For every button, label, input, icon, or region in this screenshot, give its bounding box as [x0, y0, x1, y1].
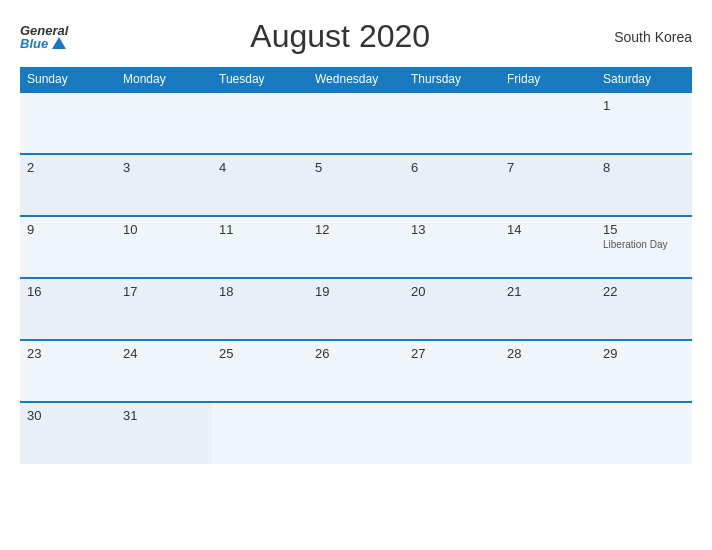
calendar-cell: 16 — [20, 278, 116, 340]
day-number: 15 — [603, 222, 685, 237]
calendar-cell: 24 — [116, 340, 212, 402]
calendar-cell: 28 — [500, 340, 596, 402]
calendar-cell — [500, 402, 596, 464]
logo: General Blue — [20, 24, 68, 50]
col-header-monday: Monday — [116, 67, 212, 92]
calendar-cell: 2 — [20, 154, 116, 216]
col-header-sunday: Sunday — [20, 67, 116, 92]
calendar-cell: 5 — [308, 154, 404, 216]
calendar-cell: 21 — [500, 278, 596, 340]
col-header-tuesday: Tuesday — [212, 67, 308, 92]
day-number: 4 — [219, 160, 301, 175]
calendar-cell — [596, 402, 692, 464]
col-header-friday: Friday — [500, 67, 596, 92]
day-number: 24 — [123, 346, 205, 361]
calendar-week-row: 3031 — [20, 402, 692, 464]
calendar-header: General Blue August 2020 South Korea — [20, 18, 692, 55]
country-label: South Korea — [612, 29, 692, 45]
calendar-page: General Blue August 2020 South Korea Sun… — [0, 0, 712, 550]
calendar-week-row: 9101112131415Liberation Day — [20, 216, 692, 278]
calendar-cell: 10 — [116, 216, 212, 278]
calendar-week-row: 1 — [20, 92, 692, 154]
day-number: 9 — [27, 222, 109, 237]
calendar-cell: 25 — [212, 340, 308, 402]
day-number: 18 — [219, 284, 301, 299]
month-title: August 2020 — [68, 18, 612, 55]
calendar-cell: 6 — [404, 154, 500, 216]
calendar-cell — [404, 92, 500, 154]
calendar-cell: 1 — [596, 92, 692, 154]
calendar-cell: 22 — [596, 278, 692, 340]
calendar-cell: 30 — [20, 402, 116, 464]
col-header-wednesday: Wednesday — [308, 67, 404, 92]
calendar-cell: 12 — [308, 216, 404, 278]
calendar-cell: 26 — [308, 340, 404, 402]
logo-blue-text: Blue — [20, 37, 48, 50]
calendar-cell: 18 — [212, 278, 308, 340]
calendar-week-row: 23242526272829 — [20, 340, 692, 402]
day-number: 28 — [507, 346, 589, 361]
calendar-cell: 8 — [596, 154, 692, 216]
calendar-cell: 11 — [212, 216, 308, 278]
day-number: 26 — [315, 346, 397, 361]
col-header-thursday: Thursday — [404, 67, 500, 92]
col-header-saturday: Saturday — [596, 67, 692, 92]
day-number: 14 — [507, 222, 589, 237]
day-number: 20 — [411, 284, 493, 299]
day-number: 8 — [603, 160, 685, 175]
day-number: 1 — [603, 98, 685, 113]
calendar-header-row: Sunday Monday Tuesday Wednesday Thursday… — [20, 67, 692, 92]
day-number: 6 — [411, 160, 493, 175]
day-number: 7 — [507, 160, 589, 175]
calendar-cell — [404, 402, 500, 464]
calendar-cell: 9 — [20, 216, 116, 278]
day-number: 11 — [219, 222, 301, 237]
calendar-cell: 29 — [596, 340, 692, 402]
logo-general-text: General — [20, 24, 68, 37]
calendar-cell: 20 — [404, 278, 500, 340]
calendar-week-row: 2345678 — [20, 154, 692, 216]
day-number: 30 — [27, 408, 109, 423]
calendar-cell: 14 — [500, 216, 596, 278]
calendar-cell — [308, 92, 404, 154]
calendar-cell — [212, 402, 308, 464]
calendar-cell: 31 — [116, 402, 212, 464]
calendar-cell: 13 — [404, 216, 500, 278]
day-number: 16 — [27, 284, 109, 299]
calendar-cell: 27 — [404, 340, 500, 402]
calendar-cell: 17 — [116, 278, 212, 340]
logo-blue-row: Blue — [20, 37, 66, 50]
day-number: 13 — [411, 222, 493, 237]
day-number: 3 — [123, 160, 205, 175]
day-number: 27 — [411, 346, 493, 361]
calendar-cell — [212, 92, 308, 154]
calendar-week-row: 16171819202122 — [20, 278, 692, 340]
day-number: 29 — [603, 346, 685, 361]
day-number: 19 — [315, 284, 397, 299]
calendar-cell: 23 — [20, 340, 116, 402]
day-number: 31 — [123, 408, 205, 423]
calendar-cell: 7 — [500, 154, 596, 216]
day-number: 12 — [315, 222, 397, 237]
day-number: 23 — [27, 346, 109, 361]
calendar-cell — [20, 92, 116, 154]
day-number: 21 — [507, 284, 589, 299]
day-number: 25 — [219, 346, 301, 361]
calendar-cell — [116, 92, 212, 154]
calendar-cell — [500, 92, 596, 154]
day-number: 22 — [603, 284, 685, 299]
logo-triangle-icon — [52, 37, 66, 49]
calendar-cell: 3 — [116, 154, 212, 216]
day-number: 10 — [123, 222, 205, 237]
calendar-cell — [308, 402, 404, 464]
calendar-cell: 15Liberation Day — [596, 216, 692, 278]
calendar-cell: 4 — [212, 154, 308, 216]
calendar-table: Sunday Monday Tuesday Wednesday Thursday… — [20, 67, 692, 464]
day-number: 5 — [315, 160, 397, 175]
day-number: 2 — [27, 160, 109, 175]
day-number: 17 — [123, 284, 205, 299]
holiday-label: Liberation Day — [603, 239, 685, 250]
calendar-cell: 19 — [308, 278, 404, 340]
